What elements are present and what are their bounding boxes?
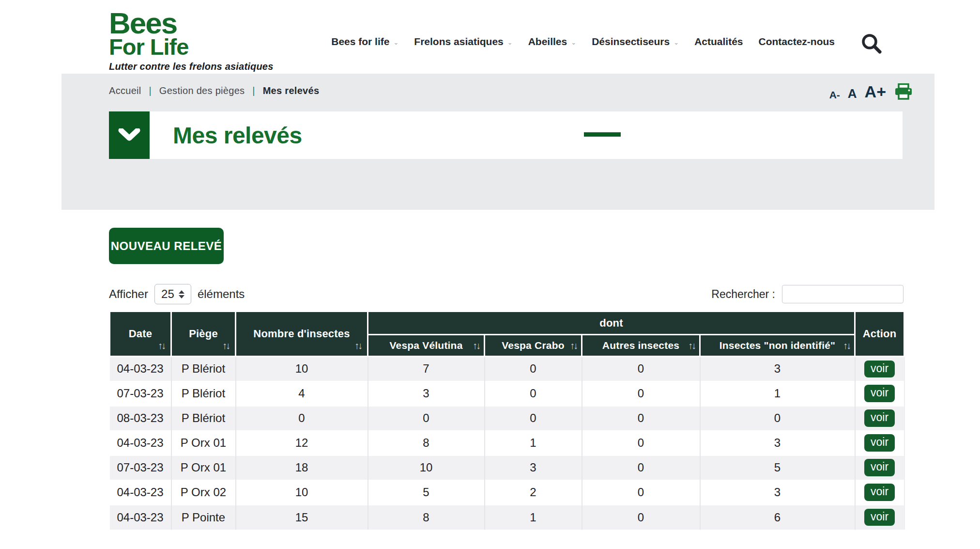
table-body: 04-03-23P Blériot107003voir07-03-23P Blé… [110, 357, 904, 530]
cell-crabo: 0 [485, 357, 582, 381]
cell-total: 12 [236, 431, 368, 455]
table-row: 04-03-23P Blériot107003voir [110, 357, 904, 381]
column-header-vespa-crabo[interactable]: Vespa Crabo ↑↓ [485, 335, 582, 357]
table-row: 04-03-23P Orx 01128103voir [110, 431, 904, 455]
chevron-down-box-icon [109, 111, 150, 159]
column-header-non-identifie[interactable]: Insectes "non identifié" ↑↓ [700, 335, 855, 357]
cell-non_identifie: 3 [700, 357, 855, 381]
cell-date: 07-03-23 [110, 381, 171, 406]
brand-name-line2: For Life [109, 36, 274, 58]
voir-button[interactable]: voir [864, 361, 895, 377]
column-label: Action [863, 328, 897, 340]
column-header-vespa-velutina[interactable]: Vespa Vélutina ↑↓ [368, 335, 485, 357]
breadcrumb-separator: | [252, 85, 255, 96]
cell-date: 04-03-23 [110, 480, 171, 505]
column-header-autres-insectes[interactable]: Autres insectes ↑↓ [582, 335, 700, 357]
cell-total: 0 [236, 406, 368, 431]
cell-autres: 0 [582, 357, 700, 381]
column-label: Nombre d'insectes [253, 328, 350, 340]
nav-item-label: Abeilles [528, 36, 567, 47]
table-row: 04-03-23P Pointe158106voir [110, 505, 904, 530]
voir-button[interactable]: voir [864, 459, 895, 476]
cell-velutina: 5 [368, 480, 485, 505]
sort-icon: ↑↓ [688, 340, 695, 351]
cell-trap: P Orx 02 [171, 480, 236, 505]
voir-button[interactable]: voir [864, 509, 895, 526]
cell-autres: 0 [582, 381, 700, 406]
brand-logo[interactable]: Bees For Life Lutter contre les frelons … [109, 11, 274, 72]
chevron-down-icon: ⌄ [507, 39, 513, 46]
select-arrows-icon [179, 290, 184, 298]
cell-action: voir [855, 406, 904, 431]
nav-item-contactez-nous[interactable]: Contactez-nous [759, 36, 835, 47]
cell-action: voir [855, 431, 904, 455]
column-header-nombre-insectes[interactable]: Nombre d'insectes ↑↓ [236, 312, 368, 357]
voir-button[interactable]: voir [864, 434, 895, 451]
breadcrumb-separator: | [149, 85, 152, 96]
cell-crabo: 1 [485, 505, 582, 530]
cell-total: 10 [236, 480, 368, 505]
cell-action: voir [855, 381, 904, 406]
column-header-action: Action [855, 312, 904, 357]
breadcrumb-accueil[interactable]: Accueil [109, 85, 141, 96]
page-header-band: Accueil | Gestion des pièges | Mes relev… [61, 74, 934, 210]
page-size-select[interactable]: 25 [154, 284, 191, 304]
cell-trap: P Orx 01 [171, 455, 236, 480]
nav-item-label: Actualités [694, 36, 743, 47]
font-size-controls: A- A A+ [829, 83, 912, 100]
sort-icon: ↑↓ [570, 340, 577, 351]
cell-date: 04-03-23 [110, 357, 171, 381]
show-label: Afficher [109, 287, 148, 301]
chevron-down-icon: ⌄ [674, 39, 679, 46]
print-icon[interactable] [895, 83, 912, 100]
voir-button[interactable]: voir [864, 409, 895, 426]
voir-button[interactable]: voir [864, 484, 895, 501]
cell-velutina: 7 [368, 357, 485, 381]
search-input[interactable] [782, 285, 903, 303]
nav-item-abeilles[interactable]: Abeilles ⌄ [528, 36, 576, 47]
cell-velutina: 10 [368, 455, 485, 480]
chevron-down-icon: ⌄ [571, 39, 576, 46]
nav-item-bees-for-life[interactable]: Bees for life ⌄ [331, 36, 398, 47]
brand-name-line1: Bees [109, 11, 274, 36]
cell-non_identifie: 6 [700, 505, 855, 530]
cell-autres: 0 [582, 431, 700, 455]
cell-trap: P Blériot [171, 357, 236, 381]
breadcrumb-gestion-pieges[interactable]: Gestion des pièges [159, 85, 245, 96]
cell-action: voir [855, 455, 904, 480]
column-label: Vespa Crabo [502, 340, 564, 351]
column-group-dont: dont [368, 312, 855, 335]
voir-button[interactable]: voir [864, 385, 895, 402]
column-header-piege[interactable]: Piège ↑↓ [171, 312, 236, 357]
table-row: 07-03-23P Orx 011810305voir [110, 455, 904, 480]
column-label: dont [599, 317, 623, 329]
nav-item-desinsectiseurs[interactable]: Désinsectiseurs ⌄ [592, 36, 679, 47]
column-label: Autres insectes [602, 340, 679, 351]
cell-non_identifie: 3 [700, 480, 855, 505]
nav-item-label: Désinsectiseurs [592, 36, 670, 47]
sort-icon: ↑↓ [473, 340, 479, 351]
cell-non_identifie: 3 [700, 431, 855, 455]
new-record-button[interactable]: NOUVEAU RELEVÉ [109, 228, 224, 264]
chevron-down-icon: ⌄ [393, 39, 398, 46]
main-content: NOUVEAU RELEVÉ Afficher 25 éléments Rech… [109, 210, 903, 530]
table-row: 04-03-23P Orx 02105203voir [110, 480, 904, 505]
font-increase-button[interactable]: A+ [865, 83, 886, 100]
banner-dash [584, 132, 621, 137]
page-size-value: 25 [161, 287, 174, 301]
font-decrease-button[interactable]: A- [829, 90, 840, 100]
cell-crabo: 2 [485, 480, 582, 505]
main-nav: Bees for life ⌄ Frelons asiatiques ⌄ Abe… [331, 36, 835, 47]
cell-crabo: 3 [485, 455, 582, 480]
nav-item-frelons-asiatiques[interactable]: Frelons asiatiques ⌄ [414, 36, 512, 47]
page-title: Mes relevés [173, 122, 302, 149]
nav-item-label: Contactez-nous [759, 36, 835, 47]
search-icon[interactable] [860, 32, 883, 55]
column-header-date[interactable]: Date ↑↓ [110, 312, 171, 357]
sort-icon: ↑↓ [158, 340, 165, 351]
font-reset-button[interactable]: A [848, 87, 857, 100]
show-suffix: éléments [198, 287, 245, 301]
cell-autres: 0 [582, 480, 700, 505]
nav-item-actualites[interactable]: Actualités [694, 36, 743, 47]
cell-total: 15 [236, 505, 368, 530]
